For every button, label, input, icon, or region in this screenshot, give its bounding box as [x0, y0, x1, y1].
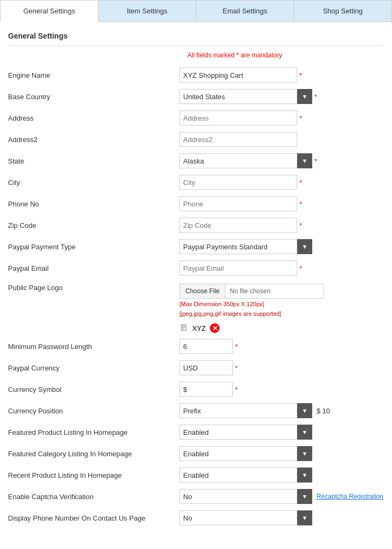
paypal-email-required: *	[299, 264, 302, 272]
paypal-currency-label: Paypal Currency	[8, 364, 179, 372]
choose-file-button[interactable]: Choose File	[180, 284, 225, 298]
currency-symbol-row: Currency Symbol *	[8, 381, 384, 397]
currency-position-select[interactable]: Prefix	[179, 403, 297, 418]
logo-note2: [jpeg,jpg,png,gif images are supported]	[179, 310, 281, 317]
min-password-label: Minimum Password Length	[8, 343, 179, 351]
paypal-email-row: Paypal Email *	[8, 260, 384, 276]
city-input[interactable]	[179, 175, 297, 190]
currency-preview: $ 10	[316, 407, 330, 415]
currency-position-row: Currency Position Prefix ▼ $ 10	[8, 403, 384, 419]
state-required: *	[314, 157, 317, 165]
engine-name-row: Engine Name *	[8, 67, 384, 83]
base-country-select[interactable]: United States	[179, 89, 297, 104]
paypal-type-row: Paypal Payment Type Paypal Payments Stan…	[8, 239, 384, 255]
paypal-currency-row: Paypal Currency *	[8, 360, 384, 376]
city-required: *	[299, 179, 302, 187]
phone-input[interactable]	[179, 196, 297, 211]
tab-general[interactable]: General Settings	[0, 0, 98, 22]
paypal-type-label: Paypal Payment Type	[8, 243, 179, 251]
phone-row: Phone No *	[8, 196, 384, 212]
zip-input[interactable]	[179, 218, 297, 233]
captcha-select[interactable]: No	[179, 489, 297, 504]
currency-symbol-label: Currency Symbol	[8, 385, 179, 394]
public-logo-row: Public Page Logo Choose File No file cho…	[8, 281, 384, 333]
display-phone-select[interactable]: No	[179, 510, 297, 525]
featured-category-select[interactable]: Enabled	[179, 446, 297, 461]
display-phone-label: Display Phone Number On Contact Us Page	[8, 514, 179, 522]
paypal-email-input[interactable]	[179, 261, 297, 276]
file-input-wrap: Choose File No file chosen	[179, 284, 324, 299]
recent-product-label: Recent Product Listing In Homepage	[8, 471, 179, 479]
captcha-label: Enable Captcha Verification	[8, 493, 179, 501]
captcha-dropdown-btn[interactable]: ▼	[297, 489, 312, 504]
logo-xyz-text: XYZ	[192, 324, 206, 332]
state-label: State	[8, 157, 179, 165]
currency-position-label: Currency Position	[8, 407, 179, 415]
zip-required: *	[299, 221, 302, 229]
state-row: State Alaska ▼ *	[8, 153, 384, 169]
min-password-input[interactable]	[179, 339, 233, 354]
engine-name-input[interactable]	[179, 68, 297, 83]
address-label: Address	[8, 114, 179, 122]
section-title: General Settings	[8, 27, 384, 46]
base-country-required: *	[314, 93, 317, 101]
paypal-currency-input[interactable]	[179, 360, 233, 375]
featured-category-dropdown-btn[interactable]: ▼	[297, 446, 312, 461]
address-row: Address *	[8, 110, 384, 126]
address-required: *	[299, 114, 302, 122]
state-select[interactable]: Alaska	[179, 153, 297, 168]
paypal-email-label: Paypal Email	[8, 264, 179, 272]
engine-name-label: Engine Name	[8, 71, 179, 79]
zip-label: Zip Code	[8, 221, 179, 229]
phone-label: Phone No	[8, 200, 179, 208]
featured-product-label: Featured Product Listing In Homepage	[8, 428, 179, 436]
currency-position-dropdown-btn[interactable]: ▼	[297, 403, 312, 418]
featured-category-label: Featured Category Listing In Homepage	[8, 450, 179, 458]
address-input[interactable]	[179, 110, 297, 125]
address2-input[interactable]	[179, 132, 297, 147]
remove-logo-button[interactable]: ✕	[210, 323, 220, 333]
engine-name-required: *	[299, 71, 302, 79]
page-icon: 🖹	[179, 323, 188, 333]
paypal-type-select[interactable]: Paypal Payments Standard	[179, 239, 297, 254]
public-logo-label: Public Page Logo	[8, 284, 179, 292]
address2-label: Address2	[8, 136, 179, 144]
paypal-type-dropdown-btn[interactable]: ▼	[297, 239, 312, 254]
featured-product-select[interactable]: Enabled	[179, 425, 297, 440]
captcha-row: Enable Captcha Verification No ▼ Recaptc…	[8, 488, 384, 505]
display-phone-dropdown-btn[interactable]: ▼	[297, 510, 312, 525]
content-area: General Settings All fields marked * are…	[0, 22, 392, 537]
city-row: City *	[8, 174, 384, 190]
recent-product-dropdown-btn[interactable]: ▼	[297, 468, 312, 483]
display-phone-row: Display Phone Number On Contact Us Page …	[8, 510, 384, 526]
base-country-row: Base Country United States ▼ *	[8, 88, 384, 105]
phone-required: *	[299, 200, 302, 208]
logo-note1: [Max Dimension 350px X 120px]	[179, 301, 264, 307]
currency-symbol-required: *	[235, 385, 238, 394]
min-password-required: *	[235, 343, 238, 351]
paypal-currency-required: *	[235, 364, 238, 372]
featured-product-dropdown-btn[interactable]: ▼	[297, 425, 312, 440]
base-country-dropdown-btn[interactable]: ▼	[297, 89, 312, 104]
city-label: City	[8, 179, 179, 187]
tab-email[interactable]: Email Settings	[196, 0, 294, 21]
file-name-text: No file chosen	[225, 287, 275, 295]
base-country-label: Base Country	[8, 93, 179, 101]
min-password-row: Minimum Password Length *	[8, 338, 384, 354]
tab-shop[interactable]: Shop Setting	[293, 0, 392, 21]
recent-product-select[interactable]: Enabled	[179, 468, 297, 483]
recaptcha-link[interactable]: Recaptcha Registration	[316, 493, 383, 500]
tab-item[interactable]: Item Settings	[98, 0, 196, 21]
address2-row: Address2	[8, 131, 384, 147]
currency-symbol-input[interactable]	[179, 382, 233, 397]
state-dropdown-btn[interactable]: ▼	[297, 153, 312, 168]
featured-product-row: Featured Product Listing In Homepage Ena…	[8, 424, 384, 440]
recent-product-row: Recent Product Listing In Homepage Enabl…	[8, 467, 384, 483]
featured-category-row: Featured Category Listing In Homepage En…	[8, 446, 384, 462]
tabs-container: General Settings Item Settings Email Set…	[0, 0, 392, 22]
zip-row: Zip Code *	[8, 217, 384, 233]
mandatory-note: All fields marked * are mandatory	[187, 51, 384, 59]
